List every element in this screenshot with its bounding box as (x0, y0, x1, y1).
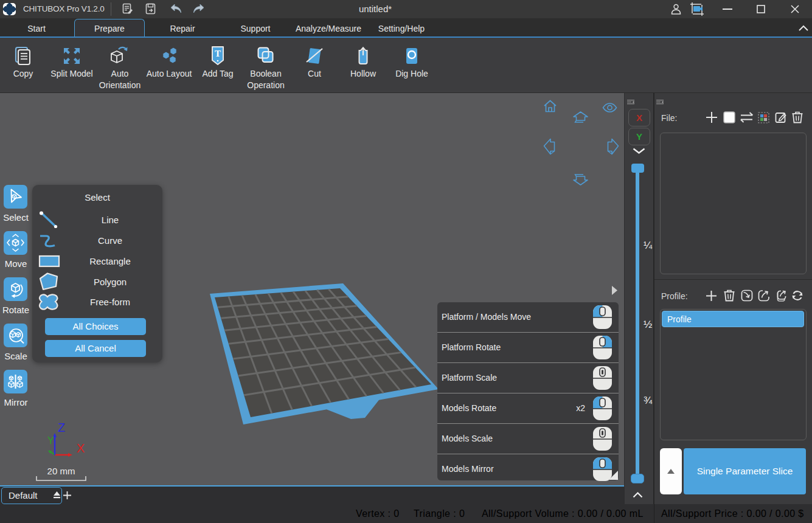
svg-text:Y: Y (47, 435, 54, 446)
svg-text:X: X (77, 442, 85, 455)
svg-text:Z: Z (58, 421, 65, 434)
svg-text:T: T (215, 49, 221, 58)
